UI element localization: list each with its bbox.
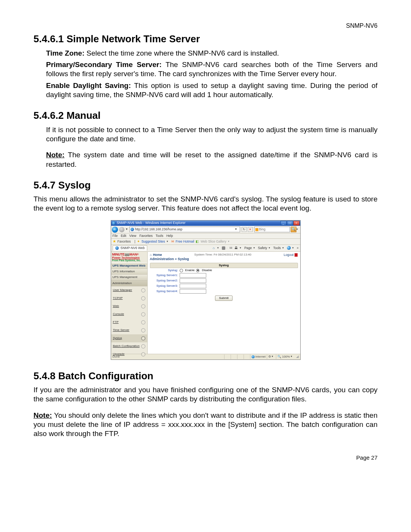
menu-help[interactable]: Help xyxy=(166,234,173,238)
url-field[interactable]: http://192.168.168.236/home.asp ▼ xyxy=(129,227,240,232)
radio-enable-label: Enable xyxy=(185,268,195,272)
main-panel: ⌂Home System Time: Fri 08/24/2011 PM 02:… xyxy=(148,252,300,354)
submit-button[interactable]: Submit xyxy=(215,296,233,301)
stop-button[interactable]: ✕ xyxy=(248,227,253,232)
cmd-tools[interactable]: Tools xyxy=(273,246,281,250)
sidebar-item-batch-config[interactable]: Batch Configuration xyxy=(111,342,147,350)
field-label-server2: Syslog Server2: xyxy=(150,279,178,283)
menu-tools[interactable]: Tools xyxy=(156,234,163,238)
input-server3[interactable] xyxy=(180,284,206,288)
tools-dd-icon[interactable]: ▾ xyxy=(282,246,284,250)
zone-dd-icon[interactable]: ▾ xyxy=(272,355,273,358)
chevron-icon[interactable]: » xyxy=(297,246,299,250)
input-server1[interactable] xyxy=(180,273,206,278)
print-dd-icon[interactable]: ▾ xyxy=(240,246,241,250)
radio-disable[interactable] xyxy=(196,269,199,272)
search-dropdown-icon[interactable]: ▾ xyxy=(296,228,298,231)
search-engine-label: Bing xyxy=(259,227,266,232)
tab-site-icon xyxy=(115,246,119,250)
search-button[interactable]: 🔍 xyxy=(291,227,296,232)
gear-icon xyxy=(141,296,145,300)
favorites-star-icon[interactable]: ★ xyxy=(113,239,116,244)
refresh-button[interactable]: ↻ xyxy=(242,227,247,232)
security-zone[interactable]: Internet xyxy=(250,355,267,359)
address-bar: ← ▼ http://192.168.168.236/home.asp ▼ ↻ … xyxy=(111,226,300,233)
sidebar-section-ups-mgmt[interactable]: UPS Management xyxy=(111,275,147,280)
sidebar-item-time-server[interactable]: Time Server xyxy=(111,326,147,334)
label-dst: Enable Daylight Saving: xyxy=(46,81,131,89)
logout-link[interactable]: Logout xyxy=(284,253,298,257)
suggested-dd-icon[interactable]: ▾ xyxy=(167,240,168,243)
forward-button[interactable] xyxy=(119,227,124,232)
safety-dd-icon[interactable]: ▾ xyxy=(269,246,270,250)
gear-icon xyxy=(141,352,145,356)
gear-icon xyxy=(141,336,145,340)
gear-icon xyxy=(141,344,145,348)
menu-file[interactable]: File xyxy=(113,234,118,238)
sidebar-item-user-manager[interactable]: User Manager xyxy=(111,286,147,294)
free-hotmail-link[interactable]: Free Hotmail xyxy=(176,240,194,244)
search-field[interactable]: Bing xyxy=(254,227,290,232)
window-close-button[interactable]: × xyxy=(293,221,299,225)
favorites-label[interactable]: Favorites xyxy=(118,240,131,244)
sidebar-item-console[interactable]: Console xyxy=(111,310,147,318)
url-dropdown-icon[interactable]: ▼ xyxy=(235,228,237,231)
web-slice-link[interactable]: Web Slice Gallery xyxy=(201,240,226,244)
help-icon[interactable]: ? xyxy=(287,246,291,250)
menu-edit[interactable]: Edit xyxy=(121,234,126,238)
back-button[interactable]: ← xyxy=(112,227,118,233)
sidebar-item-tcpip[interactable]: TCP/IP xyxy=(111,294,147,302)
tab-title: SNMP-NV6 Web xyxy=(121,246,145,250)
sidebar-section-admin[interactable]: Administration xyxy=(111,281,147,286)
protected-mode-cell[interactable]: ⚙▾ xyxy=(267,355,276,359)
browser-tab[interactable]: SNMP-NV6 Web xyxy=(113,245,148,251)
menu-favorites[interactable]: Favorites xyxy=(139,234,153,238)
zoom-dd-icon[interactable]: ▾ xyxy=(291,355,292,358)
status-text: Done xyxy=(113,355,120,359)
home-link[interactable]: ⌂Home xyxy=(150,253,162,257)
status-cell xyxy=(237,355,244,359)
sidebar-item-web[interactable]: Web xyxy=(111,302,147,310)
input-server4[interactable] xyxy=(180,289,206,294)
bing-icon xyxy=(255,228,258,231)
print-icon[interactable]: 🖶 xyxy=(234,246,238,250)
breadcrumb: Administration » Syslog xyxy=(148,257,300,263)
brand-logo: MINUTE▯▯▯MAN® Power Technologies From Pa… xyxy=(111,252,147,263)
radio-enable[interactable] xyxy=(180,269,183,272)
window-maximize-button[interactable]: □ xyxy=(287,221,293,225)
history-dropdown-icon[interactable]: ▼ xyxy=(126,228,128,231)
menu-view[interactable]: View xyxy=(129,234,136,238)
sidebar-heading: UPS Management Web xyxy=(111,263,147,269)
window-minimize-button[interactable]: _ xyxy=(280,221,287,225)
command-bar: SNMP-NV6 Web ⌂▾ · ✉ 🖶▾ Page▾ Safety▾ Too… xyxy=(111,245,300,252)
zoom-control[interactable]: 🔍100%▾ xyxy=(276,355,295,359)
cmd-safety[interactable]: Safety xyxy=(258,246,267,250)
logo-company: From Para Systems, Inc. xyxy=(112,259,146,262)
gear-icon xyxy=(141,320,145,324)
feed-icon[interactable] xyxy=(222,246,225,250)
sidebar-item-ftp[interactable]: FTP xyxy=(111,318,147,326)
sidebar-section-ups-info[interactable]: UPS Information xyxy=(111,269,147,275)
fav-divider: | xyxy=(134,240,135,244)
system-time: System Time: Fri 08/24/2011 PM 02:13:40 xyxy=(194,253,252,257)
home-icon[interactable]: ⌂ xyxy=(212,246,216,250)
logout-text: Logout xyxy=(284,253,293,257)
page-dd-icon[interactable]: ▾ xyxy=(253,246,255,250)
zone-text: Internet xyxy=(255,355,266,359)
heading-5-4-7: 5.4.7 Syslog xyxy=(33,179,378,192)
input-server2[interactable] xyxy=(180,278,206,283)
zoom-icon: 🔍 xyxy=(277,355,281,359)
cmd-page[interactable]: Page xyxy=(244,246,252,250)
window-titlebar: SNMP-NV6 Web - Windows Internet Explorer… xyxy=(111,220,300,226)
help-dd-icon[interactable]: ▾ xyxy=(292,246,294,250)
resize-grip-icon[interactable]: ◢ xyxy=(296,355,299,359)
read-mail-icon[interactable]: ✉ xyxy=(229,246,233,250)
screenshot-container: SNMP-NV6 Web - Windows Internet Explorer… xyxy=(33,220,378,360)
slice-icon: ◧ xyxy=(196,240,199,244)
slice-dd-icon[interactable]: ▾ xyxy=(228,240,229,243)
sidebar-item-syslog[interactable]: Syslog xyxy=(111,334,147,342)
home-dd-icon[interactable]: ▾ xyxy=(217,246,219,250)
gear-icon xyxy=(141,288,145,292)
suggested-sites-link[interactable]: Suggested Sites xyxy=(142,240,165,244)
para-dst: Enable Daylight Saving: This option is u… xyxy=(46,81,378,100)
